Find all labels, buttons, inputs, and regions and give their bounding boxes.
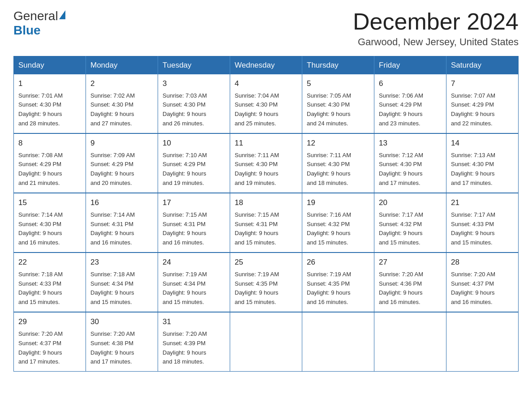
column-header-wednesday: Wednesday (230, 56, 302, 75)
day-number: 5 (307, 78, 369, 90)
day-info: Sunrise: 7:18 AMSunset: 4:33 PMDaylight:… (18, 271, 63, 306)
day-number: 8 (18, 137, 81, 149)
day-info: Sunrise: 7:19 AMSunset: 4:34 PMDaylight:… (163, 271, 207, 306)
calendar-cell: 12Sunrise: 7:11 AMSunset: 4:30 PMDayligh… (302, 133, 374, 193)
day-number: 2 (90, 78, 153, 90)
day-info: Sunrise: 7:01 AMSunset: 4:30 PMDaylight:… (18, 92, 63, 127)
day-info: Sunrise: 7:13 AMSunset: 4:30 PMDaylight:… (451, 152, 495, 187)
logo-general-text: General (13, 9, 58, 23)
day-info: Sunrise: 7:20 AMSunset: 4:38 PMDaylight:… (90, 330, 135, 365)
day-info: Sunrise: 7:14 AMSunset: 4:31 PMDaylight:… (90, 211, 135, 246)
day-info: Sunrise: 7:20 AMSunset: 4:37 PMDaylight:… (451, 271, 495, 306)
day-info: Sunrise: 7:20 AMSunset: 4:39 PMDaylight:… (163, 330, 207, 365)
title-area: December 2024 Garwood, New Jersey, Unite… (353, 9, 519, 48)
day-info: Sunrise: 7:06 AMSunset: 4:29 PMDaylight:… (379, 92, 423, 127)
column-header-tuesday: Tuesday (158, 56, 230, 75)
calendar-cell: 14Sunrise: 7:13 AMSunset: 4:30 PMDayligh… (446, 133, 519, 193)
day-number: 22 (18, 257, 81, 268)
column-header-monday: Monday (86, 56, 158, 75)
day-info: Sunrise: 7:07 AMSunset: 4:29 PMDaylight:… (451, 92, 495, 127)
day-info: Sunrise: 7:04 AMSunset: 4:30 PMDaylight:… (235, 92, 279, 127)
calendar-cell: 24Sunrise: 7:19 AMSunset: 4:34 PMDayligh… (158, 253, 230, 312)
day-info: Sunrise: 7:09 AMSunset: 4:29 PMDaylight:… (90, 152, 135, 187)
day-info: Sunrise: 7:17 AMSunset: 4:33 PMDaylight:… (451, 211, 495, 246)
day-number: 29 (18, 316, 81, 328)
calendar-cell: 4Sunrise: 7:04 AMSunset: 4:30 PMDaylight… (230, 74, 302, 133)
calendar-cell: 8Sunrise: 7:08 AMSunset: 4:29 PMDaylight… (14, 133, 86, 193)
day-info: Sunrise: 7:16 AMSunset: 4:32 PMDaylight:… (307, 211, 351, 246)
calendar-cell: 29Sunrise: 7:20 AMSunset: 4:37 PMDayligh… (14, 312, 86, 372)
calendar-cell: 17Sunrise: 7:15 AMSunset: 4:31 PMDayligh… (158, 193, 230, 253)
day-number: 30 (90, 316, 153, 328)
day-info: Sunrise: 7:18 AMSunset: 4:34 PMDaylight:… (90, 271, 135, 306)
calendar-cell: 5Sunrise: 7:05 AMSunset: 4:30 PMDaylight… (302, 74, 374, 133)
page-header: General Blue December 2024 Garwood, New … (13, 9, 519, 48)
column-header-thursday: Thursday (302, 56, 374, 75)
calendar-cell: 23Sunrise: 7:18 AMSunset: 4:34 PMDayligh… (86, 253, 158, 312)
calendar-cell: 20Sunrise: 7:17 AMSunset: 4:32 PMDayligh… (374, 193, 446, 253)
day-number: 28 (451, 257, 514, 268)
calendar-cell: 27Sunrise: 7:20 AMSunset: 4:36 PMDayligh… (374, 253, 446, 312)
calendar-cell: 22Sunrise: 7:18 AMSunset: 4:33 PMDayligh… (14, 253, 86, 312)
day-number: 15 (18, 197, 81, 209)
calendar-cell: 10Sunrise: 7:10 AMSunset: 4:29 PMDayligh… (158, 133, 230, 193)
column-header-saturday: Saturday (446, 56, 519, 75)
day-number: 9 (90, 137, 153, 149)
calendar-week-row: 1Sunrise: 7:01 AMSunset: 4:30 PMDaylight… (14, 74, 519, 133)
day-info: Sunrise: 7:19 AMSunset: 4:35 PMDaylight:… (307, 271, 351, 306)
day-info: Sunrise: 7:05 AMSunset: 4:30 PMDaylight:… (307, 92, 351, 127)
calendar-title: December 2024 (353, 9, 519, 34)
day-info: Sunrise: 7:20 AMSunset: 4:36 PMDaylight:… (379, 271, 423, 306)
calendar-cell: 19Sunrise: 7:16 AMSunset: 4:32 PMDayligh… (302, 193, 374, 253)
day-number: 27 (379, 257, 442, 268)
calendar-cell: 21Sunrise: 7:17 AMSunset: 4:33 PMDayligh… (446, 193, 519, 253)
day-info: Sunrise: 7:14 AMSunset: 4:30 PMDaylight:… (18, 211, 63, 246)
day-info: Sunrise: 7:17 AMSunset: 4:32 PMDaylight:… (379, 211, 423, 246)
day-number: 3 (163, 78, 225, 90)
calendar-cell: 26Sunrise: 7:19 AMSunset: 4:35 PMDayligh… (302, 253, 374, 312)
day-info: Sunrise: 7:08 AMSunset: 4:29 PMDaylight:… (18, 152, 63, 187)
calendar-cell (230, 312, 302, 372)
calendar-cell: 15Sunrise: 7:14 AMSunset: 4:30 PMDayligh… (14, 193, 86, 253)
day-number: 23 (90, 257, 153, 268)
calendar-week-row: 29Sunrise: 7:20 AMSunset: 4:37 PMDayligh… (14, 312, 519, 372)
day-number: 21 (451, 197, 514, 209)
day-number: 25 (235, 257, 297, 268)
calendar-cell: 31Sunrise: 7:20 AMSunset: 4:39 PMDayligh… (158, 312, 230, 372)
day-info: Sunrise: 7:11 AMSunset: 4:30 PMDaylight:… (307, 152, 351, 187)
calendar-cell: 11Sunrise: 7:11 AMSunset: 4:30 PMDayligh… (230, 133, 302, 193)
calendar-cell: 16Sunrise: 7:14 AMSunset: 4:31 PMDayligh… (86, 193, 158, 253)
logo: General (13, 9, 65, 23)
column-header-sunday: Sunday (14, 56, 86, 75)
logo-blue-text: Blue (13, 23, 41, 38)
day-number: 1 (18, 78, 81, 90)
day-info: Sunrise: 7:20 AMSunset: 4:37 PMDaylight:… (18, 330, 63, 365)
day-number: 16 (90, 197, 153, 209)
day-info: Sunrise: 7:10 AMSunset: 4:29 PMDaylight:… (163, 152, 207, 187)
day-number: 14 (451, 137, 514, 149)
day-info: Sunrise: 7:03 AMSunset: 4:30 PMDaylight:… (163, 92, 207, 127)
calendar-cell: 6Sunrise: 7:06 AMSunset: 4:29 PMDaylight… (374, 74, 446, 133)
day-number: 12 (307, 137, 369, 149)
calendar-cell: 13Sunrise: 7:12 AMSunset: 4:30 PMDayligh… (374, 133, 446, 193)
day-number: 4 (235, 78, 297, 90)
calendar-cell: 18Sunrise: 7:15 AMSunset: 4:31 PMDayligh… (230, 193, 302, 253)
day-number: 20 (379, 197, 442, 209)
calendar-week-row: 15Sunrise: 7:14 AMSunset: 4:30 PMDayligh… (14, 193, 519, 253)
calendar-header-row: SundayMondayTuesdayWednesdayThursdayFrid… (14, 56, 519, 75)
calendar-table: SundayMondayTuesdayWednesdayThursdayFrid… (13, 56, 519, 372)
day-number: 19 (307, 197, 369, 209)
day-number: 11 (235, 137, 297, 149)
calendar-subtitle: Garwood, New Jersey, United States (353, 36, 519, 48)
day-number: 26 (307, 257, 369, 268)
day-number: 7 (451, 78, 514, 90)
calendar-cell (374, 312, 446, 372)
day-number: 18 (235, 197, 297, 209)
logo-area: General Blue (13, 9, 65, 38)
calendar-cell (446, 312, 519, 372)
calendar-week-row: 8Sunrise: 7:08 AMSunset: 4:29 PMDaylight… (14, 133, 519, 193)
day-info: Sunrise: 7:02 AMSunset: 4:30 PMDaylight:… (90, 92, 135, 127)
calendar-cell: 30Sunrise: 7:20 AMSunset: 4:38 PMDayligh… (86, 312, 158, 372)
calendar-week-row: 22Sunrise: 7:18 AMSunset: 4:33 PMDayligh… (14, 253, 519, 312)
column-header-friday: Friday (374, 56, 446, 75)
